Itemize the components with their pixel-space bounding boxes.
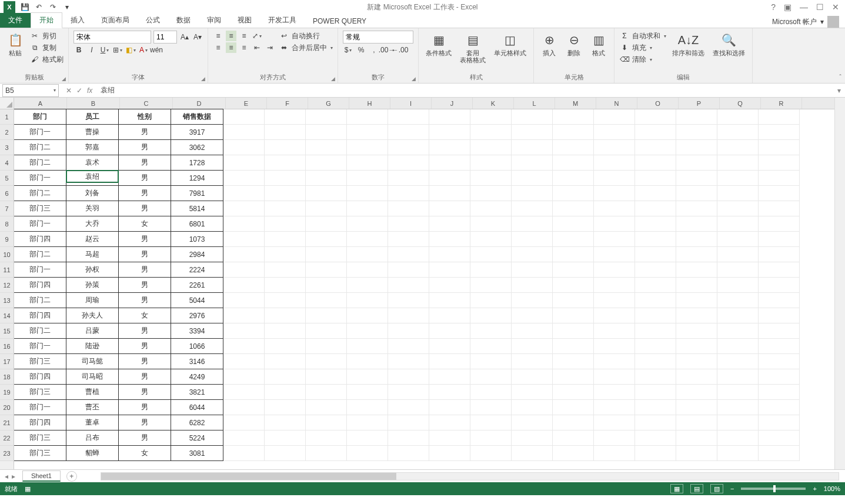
chevron-down-icon[interactable]: ▾ xyxy=(54,88,56,93)
copy-button[interactable]: ⧉复制 xyxy=(29,42,64,53)
cell[interactable] xyxy=(347,354,388,369)
cell[interactable] xyxy=(717,339,759,354)
cell[interactable] xyxy=(635,201,676,216)
formula-input[interactable]: 袁绍 xyxy=(97,85,833,95)
cell[interactable] xyxy=(388,140,429,155)
sort-filter-button[interactable]: A↓Z排序和筛选 xyxy=(670,31,707,58)
align-top-icon[interactable]: ≡ xyxy=(213,31,223,41)
cell[interactable] xyxy=(265,293,306,308)
cell[interactable] xyxy=(717,308,759,323)
cell[interactable] xyxy=(223,171,265,186)
cell[interactable] xyxy=(717,140,759,155)
cell[interactable] xyxy=(388,109,429,125)
cell[interactable] xyxy=(676,354,717,369)
cell[interactable] xyxy=(347,323,388,339)
cell[interactable] xyxy=(594,262,635,278)
tab-layout[interactable]: 页面布局 xyxy=(93,13,138,28)
cell[interactable] xyxy=(223,186,265,201)
cell[interactable] xyxy=(512,232,553,247)
cut-button[interactable]: ✂剪切 xyxy=(29,31,64,41)
cell[interactable]: 部门三 xyxy=(14,384,66,400)
row-header-14[interactable]: 14 xyxy=(0,308,14,323)
cell[interactable]: 关羽 xyxy=(66,201,119,216)
cell[interactable] xyxy=(429,293,470,308)
cell[interactable] xyxy=(347,201,388,216)
cell[interactable]: 男 xyxy=(118,155,171,171)
cell[interactable]: 员工 xyxy=(66,109,119,125)
cell[interactable] xyxy=(717,262,759,278)
cell[interactable]: 男 xyxy=(118,323,171,339)
cell[interactable] xyxy=(759,354,800,369)
macro-record-icon[interactable]: ▦ xyxy=(25,485,31,493)
cell[interactable] xyxy=(347,369,388,385)
currency-icon[interactable]: $▾ xyxy=(343,45,353,55)
cell[interactable] xyxy=(512,109,553,125)
row-header-18[interactable]: 18 xyxy=(0,369,14,385)
cell[interactable] xyxy=(676,339,717,354)
cell[interactable]: 部门 xyxy=(14,109,66,125)
cell[interactable]: 部门三 xyxy=(14,201,66,216)
cell[interactable] xyxy=(429,171,470,186)
cell[interactable]: 2224 xyxy=(171,262,223,278)
tab-review[interactable]: 审阅 xyxy=(199,13,229,28)
cell[interactable] xyxy=(388,293,429,308)
vertical-scrollbar[interactable] xyxy=(834,98,845,469)
cell[interactable] xyxy=(347,446,388,461)
cell[interactable]: 销售数据 xyxy=(171,109,223,125)
cell[interactable] xyxy=(512,446,553,461)
cell[interactable] xyxy=(470,354,512,369)
cell[interactable]: 3062 xyxy=(171,139,223,155)
cell[interactable]: 曹操 xyxy=(66,124,119,140)
cell[interactable] xyxy=(265,354,306,369)
maximize-icon[interactable]: ☐ xyxy=(816,2,824,12)
cell[interactable] xyxy=(512,186,553,201)
cell[interactable] xyxy=(717,446,759,461)
cell[interactable] xyxy=(553,385,594,400)
cell[interactable] xyxy=(594,109,635,125)
cell[interactable]: 3081 xyxy=(171,445,223,461)
cell[interactable]: 部门四 xyxy=(14,308,66,323)
cell[interactable]: 部门二 xyxy=(14,185,66,201)
cell[interactable]: 部门一 xyxy=(14,170,66,186)
cell[interactable]: 男 xyxy=(118,262,171,278)
cell[interactable] xyxy=(717,323,759,339)
cell[interactable] xyxy=(265,415,306,430)
cell[interactable] xyxy=(512,140,553,155)
dialog-launcher-icon[interactable]: ◢ xyxy=(201,76,205,82)
insert-cells-button[interactable]: ⊕插入 xyxy=(539,31,560,58)
cell[interactable] xyxy=(223,430,265,446)
font-color-button[interactable]: A▾ xyxy=(138,45,149,55)
cell[interactable] xyxy=(223,339,265,354)
tab-view[interactable]: 视图 xyxy=(229,13,260,28)
row-header-3[interactable]: 3 xyxy=(0,140,14,155)
cell[interactable] xyxy=(759,109,800,125)
cell[interactable] xyxy=(223,293,265,308)
cell[interactable] xyxy=(717,171,759,186)
cell[interactable] xyxy=(265,109,306,125)
cell[interactable]: 孙夫人 xyxy=(66,308,119,323)
cell[interactable] xyxy=(223,354,265,369)
cell[interactable] xyxy=(223,385,265,400)
cell[interactable] xyxy=(306,109,347,125)
column-header-I[interactable]: I xyxy=(390,98,432,109)
cell[interactable] xyxy=(470,293,512,308)
cell[interactable] xyxy=(635,232,676,247)
dialog-launcher-icon[interactable]: ◢ xyxy=(62,76,66,82)
cell[interactable]: 5224 xyxy=(171,430,223,446)
cell[interactable] xyxy=(676,415,717,430)
cell[interactable]: 部门二 xyxy=(14,323,66,339)
align-center-icon[interactable]: ≡ xyxy=(226,42,236,53)
cell[interactable] xyxy=(759,140,800,155)
fill-color-button[interactable]: ◧▾ xyxy=(125,45,136,55)
column-header-N[interactable]: N xyxy=(596,98,637,109)
cell[interactable] xyxy=(306,171,347,186)
cell[interactable] xyxy=(512,323,553,339)
cell[interactable]: 男 xyxy=(118,353,171,369)
cell[interactable] xyxy=(388,446,429,461)
cell[interactable] xyxy=(553,125,594,140)
cell[interactable] xyxy=(512,216,553,232)
format-painter-button[interactable]: 🖌格式刷 xyxy=(29,54,64,65)
percent-icon[interactable]: % xyxy=(356,45,366,55)
align-bottom-icon[interactable]: ≡ xyxy=(239,31,249,41)
cell[interactable]: 男 xyxy=(118,292,171,308)
